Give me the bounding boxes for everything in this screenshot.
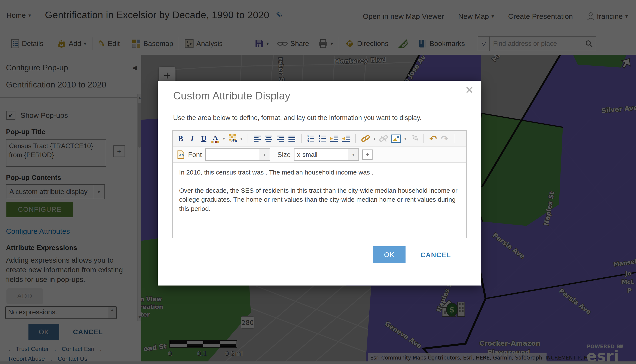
image-caret-icon[interactable]: ▾ [404, 136, 406, 141]
font-color-bar [211, 141, 219, 143]
indent-button[interactable] [330, 134, 338, 144]
editor-content[interactable]: In 2010, this census tract was . The med… [173, 163, 466, 227]
plus-icon: + [366, 151, 370, 158]
insert-image-button[interactable] [391, 134, 401, 144]
dialog-title: Custom Attribute Display [173, 90, 290, 102]
editor-separator [423, 134, 424, 143]
font-color-letter: A [213, 134, 218, 141]
add-field-button[interactable]: + [362, 150, 373, 160]
bold-button[interactable]: B [177, 134, 185, 144]
editor-separator [454, 134, 454, 143]
editor-toolbar-row-1: B I U A ▾ Aa ▾ [173, 131, 466, 147]
redo-button[interactable]: ↷ [441, 134, 449, 144]
editor-toolbar-row-2: <> Font ▾ Size x-small ▾ + [173, 147, 466, 163]
link-caret-icon[interactable]: ▾ [373, 136, 376, 141]
editor-paragraph: In 2010, this census tract was . The med… [179, 168, 460, 177]
svg-text:<>: <> [179, 153, 184, 157]
insert-link-button[interactable] [361, 134, 370, 144]
editor-separator [248, 134, 248, 143]
outdent-button[interactable] [342, 134, 350, 144]
editor-separator [301, 134, 302, 143]
size-select-value: x-small [294, 149, 348, 160]
caret-down-icon: ▾ [263, 152, 266, 157]
clear-formatting-button[interactable] [410, 134, 418, 144]
dialog-ok-label: OK [384, 251, 394, 259]
editor-separator [355, 134, 356, 143]
close-icon[interactable]: × [465, 82, 473, 98]
size-label: Size [277, 151, 291, 159]
editor-paragraph: Over the decade, the SES of residents in… [179, 186, 460, 214]
underline-button[interactable]: U [200, 134, 208, 144]
justify-button[interactable] [288, 134, 296, 144]
align-left-button[interactable] [253, 134, 261, 144]
align-center-button[interactable] [265, 134, 273, 144]
font-color-caret-icon[interactable]: ▾ [223, 136, 225, 141]
remove-link-button[interactable] [379, 134, 388, 144]
align-right-button[interactable] [276, 134, 284, 144]
italic-button[interactable]: I [188, 134, 196, 144]
dialog-ok-button[interactable]: OK [373, 246, 405, 263]
font-color-button[interactable]: A [211, 134, 219, 144]
dialog-description: Use the area below to define, format, an… [173, 114, 422, 122]
arcgis-map-viewer: Home ▾ Gentrification in Excelsior by De… [0, 0, 636, 364]
view-source-button[interactable]: <> [177, 150, 185, 160]
highlight-letters: Aa [231, 138, 237, 143]
size-select[interactable]: x-small ▾ [294, 148, 359, 161]
undo-button[interactable]: ↶ [429, 134, 437, 144]
custom-attribute-display-dialog: Custom Attribute Display × Use the area … [158, 81, 481, 286]
dialog-cancel-link[interactable]: CANCEL [420, 251, 451, 259]
highlight-caret-icon[interactable]: ▾ [240, 136, 242, 141]
font-label: Font [188, 151, 202, 159]
highlight-color-button[interactable]: Aa [228, 134, 237, 143]
caret-down-icon: ▾ [352, 152, 354, 157]
rich-text-editor: B I U A ▾ Aa ▾ [172, 130, 467, 238]
font-select[interactable]: ▾ [205, 148, 270, 161]
svg-text:3: 3 [307, 140, 309, 142]
font-select-value [206, 149, 259, 160]
bullet-list-button[interactable] [318, 134, 326, 144]
numbered-list-button[interactable]: 123 [307, 134, 315, 144]
